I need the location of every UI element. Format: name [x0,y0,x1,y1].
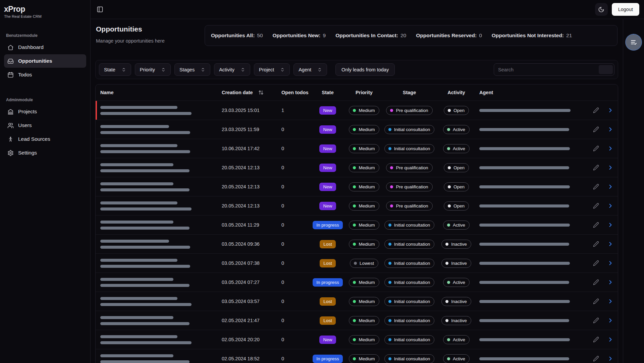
only-leads-from-today-button[interactable]: Only leads from today [335,63,395,76]
open-row-button[interactable] [606,106,615,115]
dark-mode-toggle-button[interactable] [595,3,608,16]
sidebar-item-settings[interactable]: Settings [4,146,86,160]
stat-label: Opportunities Reserved: [416,33,477,39]
agent-skeleton-bar [479,357,569,360]
activity-badge: Active [443,354,470,363]
sidebar-item-lead-sources[interactable]: Lead Sources [4,132,86,146]
chevron-right-icon [607,260,614,266]
edit-button[interactable] [592,278,600,286]
stage-label: Pre qualification [396,108,428,113]
floating-list-check-button[interactable] [625,34,642,51]
logout-button[interactable]: Logout [612,3,639,16]
table-row[interactable]: 23.03.2025 15:01 1 New Medium Pre qualif… [96,101,618,120]
table-row[interactable]: 23.03.2025 11:59 0 New Medium Initial co… [96,120,618,139]
open-row-button[interactable] [606,259,615,267]
table-row[interactable]: 20.05.2024 12:13 0 New Medium Pre qualif… [96,196,618,215]
open-row-button[interactable] [606,125,615,134]
open-row-button[interactable] [606,240,615,248]
creation-date-cell: 03.05.2024 07:38 [222,260,275,266]
priority-dot [353,166,356,169]
open-row-button[interactable] [606,297,615,306]
edit-button[interactable] [592,144,600,153]
pencil-icon [593,222,599,228]
edit-button[interactable] [592,259,600,267]
edit-button[interactable] [592,355,600,363]
pencil-icon [593,184,599,190]
open-row-button[interactable] [606,201,615,210]
table-row[interactable]: 10.06.2024 17:42 0 New Medium Initial co… [96,139,618,158]
table-header-row: Name Creation date Open todos State Prio… [96,84,618,101]
edit-button[interactable] [592,316,600,324]
stage-dot [388,338,391,341]
table-row[interactable]: 20.05.2024 12:13 0 New Medium Pre qualif… [96,158,618,177]
filter-agent-dropdown[interactable]: Agent [293,63,327,76]
open-row-button[interactable] [606,354,615,363]
edit-button[interactable] [592,221,600,229]
edit-button[interactable] [592,202,600,210]
edit-button[interactable] [592,297,600,305]
open-row-button[interactable] [606,163,615,172]
pencil-icon [593,107,599,113]
table-row[interactable]: 03.05.2024 07:27 0 In progress Medium In… [96,273,618,292]
stat-opportunities-in-contact: Opportunities In Contact: 20 [335,33,406,39]
filter-label: Project [259,67,274,72]
edit-button[interactable] [592,336,600,344]
name-cell [100,106,222,115]
stage-dot [388,281,391,284]
agent-cell [477,204,588,207]
sidebar-item-users[interactable]: Users [4,119,86,132]
activity-dot [445,319,448,322]
open-row-button[interactable] [606,221,615,229]
open-row-button[interactable] [606,182,615,191]
chevron-right-icon [607,222,614,228]
priority-cell: Medium [345,316,383,325]
search-input[interactable] [498,67,599,72]
filter-project-dropdown[interactable]: Project [254,63,290,76]
activity-cell: Inactive [435,316,477,325]
open-row-button[interactable] [606,335,615,344]
table-row[interactable]: 02.05.2024 18:52 0 In progress Medium In… [96,349,618,363]
name-cell [100,240,222,249]
sidebar-item-todos[interactable]: Todos [4,68,86,81]
priority-badge: Lowest [350,259,378,268]
sidebar-item-projects[interactable]: Projects [4,105,86,118]
filter-priority-dropdown[interactable]: Priority [135,63,171,76]
priority-label: Medium [359,146,375,151]
edit-button[interactable] [592,240,600,248]
sidebar-item-opportunities[interactable]: Opportunities [4,54,86,68]
edit-button[interactable] [592,125,600,133]
stage-cell: Initial consultation [383,297,435,306]
priority-badge: Medium [349,144,379,153]
table-row[interactable]: 03.05.2024 03:57 0 Lost Medium Initial c… [96,292,618,311]
open-row-button[interactable] [606,278,615,287]
filter-activity-dropdown[interactable]: Activity [214,63,250,76]
open-todos-cell: 0 [275,184,311,189]
agent-skeleton-bar [479,338,570,341]
filter-stages-dropdown[interactable]: Stages [174,63,210,76]
stage-cell: Pre qualification [383,106,435,115]
sort-creation-date-button[interactable] [258,89,264,96]
filter-state-dropdown[interactable]: State [99,63,131,76]
agent-cell [477,109,588,112]
activity-dot [445,243,448,246]
open-row-button[interactable] [606,316,615,325]
table-row[interactable]: 02.05.2024 20:20 0 New Medium Initial co… [96,330,618,349]
table-row[interactable]: 03.05.2024 11:29 0 In progress Medium In… [96,215,618,234]
edit-button[interactable] [592,183,600,191]
sidebar-toggle-button[interactable] [95,5,105,14]
open-row-button[interactable] [606,144,615,153]
sidebar-item-dashboard[interactable]: Dashboard [4,41,86,54]
agent-cell [477,300,588,303]
title-block: Opportunities Manage your opportunities … [96,25,197,46]
table-row[interactable]: 03.05.2024 07:38 0 Lost Lowest Initial c… [96,253,618,273]
edit-button[interactable] [592,106,600,114]
name-cell [100,182,222,191]
stage-badge: Initial consultation [384,221,434,230]
table-row[interactable]: 02.05.2024 21:47 0 Lost Medium Initial c… [96,311,618,330]
edit-button[interactable] [592,164,600,172]
table-row[interactable]: 03.05.2024 09:36 0 Lost Medium Initial c… [96,234,618,253]
stat-label: Opportunities In Contact: [335,33,398,39]
table-row[interactable]: 20.05.2024 12:13 0 New Medium Pre qualif… [96,177,618,196]
name-cell [100,125,222,134]
priority-label: Medium [359,337,375,342]
